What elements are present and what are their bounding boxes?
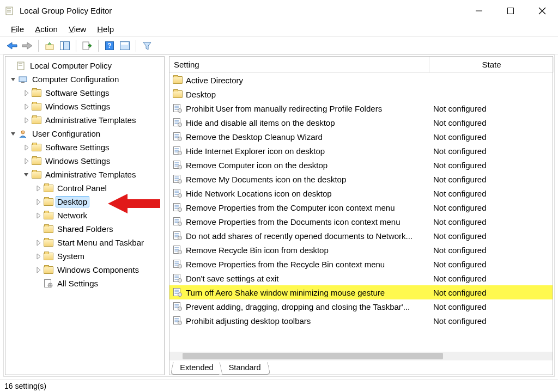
list-row[interactable]: Don't save settings at exitNot configure… — [169, 271, 553, 285]
tree-all-settings[interactable]: All Settings — [5, 277, 164, 290]
menu-bar: File Action View Help — [0, 22, 558, 37]
tree-control-panel[interactable]: Control Panel — [5, 181, 164, 195]
list-row[interactable]: Hide Internet Explorer icon on desktopNo… — [169, 144, 553, 158]
svg-marker-32 — [24, 173, 28, 176]
filter-button[interactable] — [140, 39, 154, 53]
folder-icon — [173, 89, 183, 99]
minimize-button[interactable] — [463, 0, 495, 22]
chevron-right-icon[interactable] — [35, 266, 43, 274]
tree-uc-admin[interactable]: Administrative Templates — [5, 168, 164, 181]
list-row[interactable]: Do not add shares of recently opened doc… — [169, 229, 553, 243]
tree-uc-software[interactable]: Software Settings — [5, 140, 164, 154]
tree-cc-admin[interactable]: Administrative Templates — [5, 113, 164, 127]
chevron-right-icon[interactable] — [23, 103, 31, 111]
tree-cc-windows[interactable]: Windows Settings — [5, 100, 164, 113]
menu-file[interactable]: File — [5, 23, 29, 35]
properties-button[interactable] — [118, 39, 132, 53]
up-button[interactable] — [43, 39, 57, 53]
chevron-down-icon[interactable] — [10, 130, 17, 138]
chevron-right-icon[interactable] — [23, 117, 31, 124]
tree-view[interactable]: Local Computer Policy Computer Configura… — [5, 57, 164, 292]
chevron-right-icon[interactable] — [23, 89, 31, 97]
tree-network[interactable]: Network — [5, 209, 164, 222]
list-row[interactable]: Turn off Aero Shake window minimizing mo… — [169, 285, 553, 299]
maximize-button[interactable] — [495, 0, 526, 22]
back-button[interactable] — [5, 39, 19, 53]
tree-desktop[interactable]: Desktop — [5, 195, 164, 209]
svg-point-53 — [178, 123, 182, 127]
setting-icon — [173, 287, 183, 297]
list-row[interactable]: Prohibit User from manually redirecting … — [169, 101, 553, 115]
svg-marker-36 — [37, 240, 40, 246]
tree-computer-config[interactable]: Computer Configuration — [5, 72, 164, 86]
tree-cc-software[interactable]: Software Settings — [5, 86, 164, 100]
svg-rect-12 — [60, 41, 64, 50]
menu-help[interactable]: Help — [92, 23, 119, 35]
chevron-right-icon[interactable] — [35, 253, 43, 260]
show-hide-tree-button[interactable] — [58, 39, 72, 53]
chevron-right-icon[interactable] — [35, 185, 43, 192]
forward-button[interactable] — [20, 39, 34, 53]
svg-point-58 — [178, 137, 182, 141]
list-row[interactable]: Remove Properties from the Recycle Bin c… — [169, 257, 553, 271]
list-pane: Setting State Active DirectoryDesktopPro… — [169, 56, 553, 375]
list-row[interactable]: Prohibit adjusting desktop toolbarsNot c… — [169, 314, 553, 328]
list-body[interactable]: Active DirectoryDesktopProhibit User fro… — [169, 73, 553, 352]
chevron-down-icon[interactable] — [23, 171, 31, 179]
svg-marker-35 — [37, 213, 40, 218]
setting-name: Active Directory — [186, 76, 243, 85]
setting-icon — [173, 217, 183, 226]
folder-icon — [44, 211, 53, 220]
list-row[interactable]: Prevent adding, dragging, dropping and c… — [169, 299, 553, 314]
list-row[interactable]: Remove Properties from the Computer icon… — [169, 200, 553, 215]
tree-system[interactable]: System — [5, 249, 164, 263]
chevron-right-icon[interactable] — [35, 198, 43, 206]
folder-icon — [44, 265, 53, 275]
scrollbar-thumb[interactable] — [183, 353, 443, 359]
tree-win-components[interactable]: Windows Components — [5, 263, 164, 277]
splitter[interactable] — [166, 55, 168, 376]
chevron-right-icon[interactable] — [35, 212, 43, 219]
setting-name: Remove Properties from the Computer icon… — [186, 203, 395, 212]
folder-icon — [173, 75, 183, 85]
horizontal-scrollbar[interactable] — [169, 352, 553, 360]
tree-root[interactable]: Local Computer Policy — [5, 59, 164, 72]
setting-icon — [173, 231, 183, 241]
export-list-button[interactable] — [80, 39, 94, 53]
setting-icon — [173, 118, 183, 127]
setting-name: Remove the Desktop Cleanup Wizard — [186, 132, 323, 142]
help-button[interactable]: ? — [102, 39, 117, 53]
tab-extended[interactable]: Extended — [171, 362, 222, 375]
tree-user-config[interactable]: User Configuration — [5, 127, 164, 140]
tab-standard[interactable]: Standard — [220, 362, 271, 375]
chevron-right-icon[interactable] — [35, 239, 43, 247]
list-row[interactable]: Active Directory — [169, 73, 553, 87]
tree-start-menu[interactable]: Start Menu and Taskbar — [5, 236, 164, 249]
list-row[interactable]: Remove Recycle Bin icon from desktopNot … — [169, 243, 553, 257]
list-row[interactable]: Remove Computer icon on the desktopNot c… — [169, 158, 553, 172]
list-row[interactable]: Hide Network Locations icon on desktopNo… — [169, 186, 553, 200]
chevron-right-icon[interactable] — [23, 157, 31, 165]
list-row[interactable]: Remove My Documents icon on the desktopN… — [169, 172, 553, 186]
menu-action[interactable]: Action — [29, 23, 63, 35]
tree-shared-folders[interactable]: Shared Folders — [5, 222, 164, 236]
list-row[interactable]: Remove Properties from the Documents ico… — [169, 215, 553, 229]
setting-state: Not configured — [430, 132, 544, 142]
menu-view[interactable]: View — [63, 23, 92, 35]
list-row[interactable]: Remove the Desktop Cleanup WizardNot con… — [169, 130, 553, 144]
list-row[interactable]: Hide and disable all items on the deskto… — [169, 115, 553, 130]
setting-state: Not configured — [430, 189, 544, 198]
chevron-right-icon[interactable] — [23, 144, 31, 151]
folder-icon — [32, 102, 41, 112]
app-icon — [5, 6, 15, 16]
user-icon — [19, 129, 28, 139]
setting-name: Hide and disable all items on the deskto… — [186, 118, 335, 127]
tree-label: Local Computer Policy — [28, 60, 114, 71]
close-button[interactable] — [526, 0, 558, 22]
col-state[interactable]: State — [430, 57, 554, 72]
chevron-down-icon[interactable] — [10, 76, 17, 83]
svg-marker-30 — [25, 145, 28, 150]
list-row[interactable]: Desktop — [169, 87, 553, 101]
col-setting[interactable]: Setting — [169, 57, 430, 72]
tree-uc-windows[interactable]: Windows Settings — [5, 154, 164, 168]
